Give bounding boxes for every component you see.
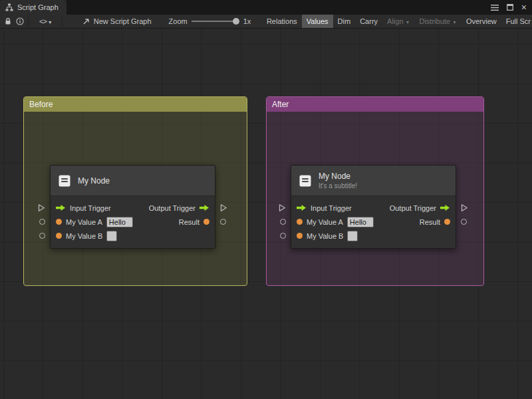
unit-icon — [298, 174, 313, 188]
value-output-marker-result[interactable] — [220, 219, 226, 225]
titlebar: Script Graph × — [0, 0, 532, 15]
window-controls: × — [491, 0, 532, 15]
node-body: Input Trigger Output Trigger My Value A … — [51, 196, 215, 248]
toolbar-separator — [62, 17, 63, 26]
node-my-node-before[interactable]: My Node Input Trigger Output Trigger My … — [50, 165, 215, 249]
value-input-marker-b[interactable] — [280, 233, 286, 239]
port-row-value-a: My Value A Result — [51, 215, 215, 229]
node-title: My Node — [319, 172, 357, 181]
lock-icon[interactable] — [4, 17, 12, 25]
zoom-slider-handle[interactable] — [233, 18, 239, 25]
flow-output-marker[interactable] — [220, 203, 227, 212]
graph-name-label: New Script Graph — [94, 17, 152, 25]
maximize-icon[interactable] — [507, 4, 513, 11]
value-port-b[interactable] — [56, 233, 62, 239]
group-before-title: Before — [29, 100, 53, 109]
node-header[interactable]: My Node It's a subtitle! — [291, 166, 456, 196]
graph-canvas[interactable]: Before After My Node — [0, 29, 532, 399]
graph-toolbar: <> ▼ New Script Graph Zoom 1x Relations … — [0, 15, 532, 29]
toolbar-separator — [28, 17, 29, 26]
chevron-down-icon: ▼ — [406, 20, 410, 25]
node-header[interactable]: My Node — [51, 166, 215, 196]
zoom-slider-track — [192, 21, 235, 22]
group-after-title: After — [272, 100, 289, 109]
value-a-input[interactable] — [347, 217, 374, 227]
zoom-value: 1x — [243, 17, 251, 25]
port-label-value-b: My Value B — [66, 232, 102, 240]
overview-button[interactable]: Overview — [462, 15, 501, 29]
zoom-slider[interactable] — [192, 17, 239, 26]
node-title: My Node — [78, 176, 110, 186]
carry-button[interactable]: Carry — [355, 15, 382, 29]
node-subtitle: It's a subtitle! — [319, 182, 357, 190]
value-b-input[interactable] — [347, 231, 358, 241]
graph-name-button[interactable]: New Script Graph — [82, 17, 152, 25]
value-a-input[interactable] — [106, 217, 133, 227]
zoom-label: Zoom — [169, 17, 188, 25]
port-label-result: Result — [179, 218, 200, 226]
value-input-marker-b[interactable] — [39, 233, 45, 239]
value-port-a[interactable] — [56, 219, 62, 225]
chevron-down-icon: ▼ — [48, 20, 53, 25]
node-body: Input Trigger Output Trigger My Value A … — [291, 196, 456, 248]
port-row-trigger: Input Trigger Output Trigger — [51, 201, 215, 215]
port-row-trigger: Input Trigger Output Trigger — [291, 201, 456, 215]
value-output-marker-result[interactable] — [461, 219, 467, 225]
flow-output-port[interactable] — [200, 204, 209, 211]
port-label-output-trigger: Output Trigger — [149, 204, 196, 212]
menu-icon[interactable] — [491, 5, 499, 11]
flow-input-marker[interactable] — [38, 203, 45, 212]
align-button: Align ▼ — [382, 15, 414, 29]
unit-icon — [57, 174, 72, 188]
port-label-input-trigger: Input Trigger — [311, 204, 352, 212]
close-icon[interactable]: × — [521, 3, 527, 12]
value-input-marker-a[interactable] — [39, 219, 45, 225]
flow-input-port[interactable] — [56, 204, 66, 211]
value-port-result[interactable] — [444, 219, 450, 225]
value-port-b[interactable] — [297, 233, 303, 239]
distribute-button: Distribute ▼ — [414, 15, 461, 29]
port-label-input-trigger: Input Trigger — [70, 204, 111, 212]
flow-input-marker[interactable] — [279, 203, 286, 212]
group-after-header[interactable]: After — [267, 97, 483, 112]
port-row-value-a: My Value A Result — [291, 215, 456, 229]
chevron-down-icon: ▼ — [452, 20, 457, 25]
group-before-header[interactable]: Before — [24, 97, 247, 112]
relations-button[interactable]: Relations — [262, 15, 302, 29]
flow-output-marker[interactable] — [461, 203, 468, 212]
port-row-value-b: My Value B — [51, 229, 215, 243]
fullscreen-button[interactable]: Full Scr — [501, 15, 532, 29]
flow-input-port[interactable] — [297, 204, 307, 211]
node-my-node-after[interactable]: My Node It's a subtitle! Input Trigger O… — [291, 165, 456, 249]
value-port-result[interactable] — [203, 219, 209, 225]
toolbar-buttons: Relations Values Dim Carry Align ▼ Distr… — [262, 15, 532, 29]
code-icon[interactable]: <> ▼ — [39, 17, 53, 25]
port-row-value-b: My Value B — [291, 229, 456, 243]
graph-icon — [5, 3, 13, 11]
tab-script-graph[interactable]: Script Graph — [0, 0, 66, 15]
value-port-a[interactable] — [297, 219, 303, 225]
port-label-value-a: My Value A — [307, 218, 343, 226]
port-label-output-trigger: Output Trigger — [390, 204, 436, 212]
value-input-marker-a[interactable] — [280, 219, 286, 225]
value-b-input[interactable] — [106, 231, 117, 241]
graph-pointer-icon — [82, 17, 90, 25]
info-icon[interactable] — [16, 17, 24, 25]
flow-output-port[interactable] — [440, 204, 450, 211]
port-label-value-a: My Value A — [66, 218, 102, 226]
tab-title: Script Graph — [17, 3, 59, 11]
port-label-result: Result — [420, 218, 440, 226]
port-label-value-b: My Value B — [307, 232, 343, 240]
dim-button[interactable]: Dim — [333, 15, 356, 29]
values-button[interactable]: Values — [302, 15, 333, 29]
